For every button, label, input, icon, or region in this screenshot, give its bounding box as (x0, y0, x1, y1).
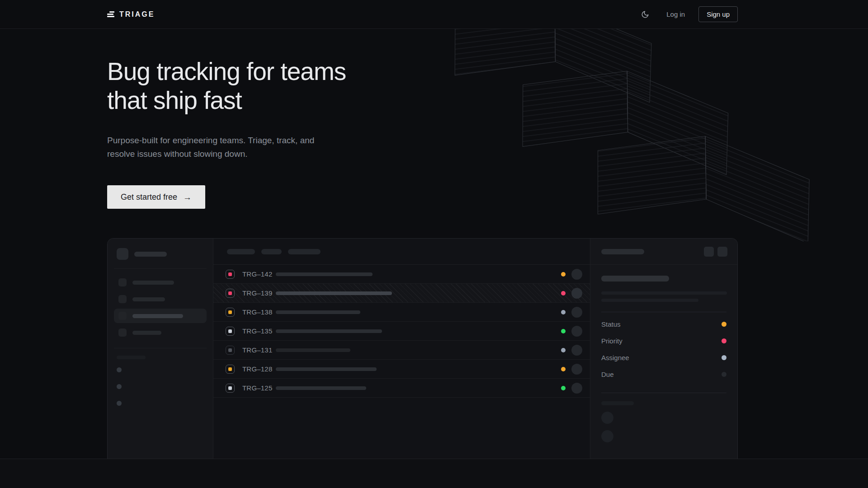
issue-assignee-avatar[interactable] (571, 288, 582, 299)
issue-row[interactable]: TRG–142 (213, 265, 590, 284)
mockup-workspace-icon (117, 248, 128, 260)
issue-id: TRG–138 (242, 308, 276, 316)
detail-field-row[interactable]: Assignee (601, 349, 726, 366)
mockup-detail-panel: Status Priority Assignee Due (590, 239, 737, 459)
issue-status-dot (561, 272, 566, 277)
issue-checkbox-icon[interactable] (226, 327, 235, 336)
app-mockup-card: TRG–142 TRG–139 TRG–138 TRG–135 TRG–131 … (107, 238, 738, 459)
issue-assignee-avatar[interactable] (571, 364, 582, 375)
moon-icon (641, 10, 649, 19)
avatar (601, 412, 613, 424)
issue-title-skeleton (276, 291, 392, 295)
issue-checkbox-icon[interactable] (226, 289, 235, 298)
divider (114, 268, 207, 269)
divider (601, 393, 726, 393)
issue-status-dot (561, 348, 566, 352)
skeleton-bar (601, 401, 634, 405)
sidebar-item-icon (118, 312, 127, 320)
detail-field-label: Status (601, 320, 621, 328)
signup-button[interactable]: Sign up (698, 6, 738, 22)
sidebar-skeleton-item[interactable] (114, 325, 207, 340)
get-started-button[interactable]: Get started free → (107, 185, 205, 209)
issue-id: TRG–139 (242, 289, 276, 297)
sidebar-skeleton-item-active[interactable] (114, 309, 207, 323)
detail-field-row[interactable]: Due (601, 366, 726, 383)
panel-action-button[interactable] (717, 247, 727, 257)
sidebar-dot (117, 367, 122, 372)
issue-checkbox-icon[interactable] (226, 346, 235, 355)
sidebar-item-icon (118, 295, 127, 303)
list-toolbar (213, 239, 590, 265)
sidebar-item-icon (118, 278, 127, 286)
skeleton-bar (132, 331, 161, 335)
detail-field-dot (722, 338, 726, 343)
arrow-right-icon: → (183, 193, 192, 202)
top-navbar: TRIAGE Log in Sign up (0, 0, 868, 29)
login-link[interactable]: Log in (666, 10, 685, 18)
panel-action-button[interactable] (704, 247, 714, 257)
detail-text-skeleton (601, 299, 698, 302)
hero-section: Bug tracking for teams that ship fast Pu… (0, 29, 868, 459)
issue-status-dot (561, 310, 566, 314)
skeleton-bar (601, 249, 644, 254)
issue-row[interactable]: TRG–138 (213, 303, 590, 322)
theme-toggle-button[interactable] (637, 7, 653, 22)
hero-subtitle: Purpose-built for engineering teams. Tri… (107, 134, 424, 161)
skeleton-bar (132, 281, 174, 285)
sidebar-item-icon (118, 328, 127, 337)
brand-name: TRIAGE (119, 10, 155, 19)
avatar (601, 430, 613, 442)
skeleton-bar (132, 297, 165, 301)
divider (601, 312, 726, 312)
triage-logo-icon (107, 11, 114, 17)
issue-id: TRG–142 (242, 270, 276, 278)
detail-field-row[interactable]: Status (601, 316, 726, 333)
mockup-sidebar (108, 239, 213, 459)
issue-id: TRG–128 (242, 365, 276, 373)
issue-row[interactable]: TRG–139 (213, 284, 590, 303)
issue-row[interactable]: TRG–131 (213, 341, 590, 360)
detail-text-skeleton (601, 291, 727, 295)
skeleton-bar (117, 356, 146, 359)
detail-title-skeleton (601, 276, 669, 282)
issue-assignee-avatar[interactable] (571, 269, 582, 280)
toolbar-tab-skeleton[interactable] (288, 249, 321, 254)
issue-checkbox-icon[interactable] (226, 384, 235, 393)
issue-status-dot (561, 367, 566, 371)
issue-list: TRG–142 TRG–139 TRG–138 TRG–135 TRG–131 … (213, 265, 590, 398)
issue-id: TRG–135 (242, 327, 276, 335)
detail-field-label: Assignee (601, 354, 629, 361)
issue-status-dot (561, 329, 566, 333)
divider (114, 348, 207, 348)
brand-logo[interactable]: TRIAGE (107, 10, 155, 19)
issue-id: TRG–131 (242, 346, 276, 354)
issue-row[interactable]: TRG–128 (213, 360, 590, 379)
issue-row[interactable]: TRG–125 (213, 379, 590, 398)
sidebar-skeleton-item[interactable] (114, 292, 207, 306)
issue-assignee-avatar[interactable] (571, 383, 582, 394)
next-section-strip (0, 459, 868, 488)
issue-checkbox-icon[interactable] (226, 365, 235, 374)
issue-assignee-avatar[interactable] (571, 307, 582, 318)
sidebar-dot (117, 384, 122, 389)
issue-row[interactable]: TRG–135 (213, 322, 590, 341)
issue-title-skeleton (276, 272, 373, 276)
detail-panel-header (590, 239, 737, 265)
mockup-issue-list-pane: TRG–142 TRG–139 TRG–138 TRG–135 TRG–131 … (213, 239, 590, 459)
issue-id: TRG–125 (242, 384, 276, 392)
issue-title-skeleton (276, 348, 350, 352)
issue-checkbox-icon[interactable] (226, 308, 235, 317)
detail-field-dot (722, 355, 726, 360)
issue-assignee-avatar[interactable] (571, 326, 582, 337)
detail-field-dot (722, 372, 726, 377)
issue-status-dot (561, 291, 566, 296)
cta-label: Get started free (121, 192, 177, 202)
toolbar-tab-skeleton[interactable] (227, 249, 255, 254)
sidebar-skeleton-item[interactable] (114, 275, 207, 290)
issue-assignee-avatar[interactable] (571, 345, 582, 356)
skeleton-bar (132, 314, 183, 318)
detail-field-label: Due (601, 371, 614, 378)
toolbar-tab-skeleton[interactable] (261, 249, 282, 254)
detail-field-row[interactable]: Priority (601, 333, 726, 349)
issue-checkbox-icon[interactable] (226, 270, 235, 279)
